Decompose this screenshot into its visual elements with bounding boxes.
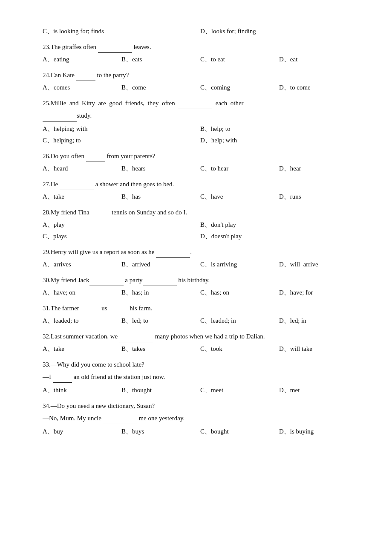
q26-opt-c: C、to hear — [200, 163, 279, 174]
q31-options: A、leaded; to B、led; to C、leaded; in D、le… — [43, 315, 358, 327]
q33-options: A、think B、thought C、meet D、met — [43, 384, 358, 396]
q31-opt-d: D、led; in — [279, 315, 358, 327]
q25-opt-d: D、help; with — [200, 135, 358, 146]
q29-opt-a: A、arrives — [43, 259, 121, 270]
q34-opt-c: C、bought — [200, 426, 279, 437]
question-25: 25.Millie and Kitty are good friends, th… — [43, 98, 358, 109]
question-34-line1: 34.—Do you need a new dictionary, Susan? — [43, 400, 358, 412]
q25-options-row1: A、helping; with B、help; to — [43, 123, 358, 135]
q23-options: A、eating B、eats C、to eat D、eat — [43, 54, 358, 65]
question-text: 25.Millie and Kitty are good friends, th… — [43, 100, 244, 107]
q27-opt-a: A、take — [43, 191, 121, 202]
q30-opt-a: A、have; on — [43, 287, 121, 298]
q24-opt-d: D、to come — [279, 82, 358, 93]
prev-question-options: C、is looking for; finds D、looks for; fin… — [43, 26, 358, 37]
question-text: 28.My friend Tina tennis on Sunday and s… — [43, 209, 187, 216]
q27-opt-b: B、has — [121, 191, 200, 202]
q28-options-row1: A、play B、don't play — [43, 219, 358, 231]
question-text: 29.Henry will give us a report as soon a… — [43, 249, 192, 255]
q24-opt-c: C、coming — [200, 82, 279, 93]
q34-options: A、buy B、buys C、bought D、is buying — [43, 426, 358, 437]
q25-options-row2: C、helping; to D、help; with — [43, 135, 358, 146]
question-23: 23.The giraffes often leaves. — [43, 41, 358, 53]
q25-opt-c: C、helping; to — [43, 135, 200, 146]
q26-options: A、heard B、hears C、to hear D、hear — [43, 163, 358, 174]
q28-opt-d: D、doesn't play — [200, 231, 358, 242]
q23-opt-b: B、eats — [121, 54, 200, 65]
q28-opt-c: C、plays — [43, 231, 200, 242]
question-33-line2: —I an old friend at the station just now… — [43, 371, 358, 383]
question-text: 30.My friend Jack a party his birthday. — [43, 277, 210, 283]
q28-opt-a: A、play — [43, 219, 200, 231]
question-27: 27.He a shower and then goes to bed. — [43, 179, 358, 190]
q32-opt-a: A、take — [43, 343, 121, 355]
q25-opt-b: B、help; to — [200, 123, 358, 135]
q33-opt-b: B、thought — [121, 384, 200, 396]
q26-opt-d: D、hear — [279, 163, 358, 174]
q33-opt-a: A、think — [43, 384, 121, 396]
q23-opt-c: C、to eat — [200, 54, 279, 65]
question-28: 28.My friend Tina tennis on Sunday and s… — [43, 207, 358, 218]
q24-options: A、comes B、come C、coming D、to come — [43, 82, 358, 93]
q24-opt-a: A、comes — [43, 82, 121, 93]
q31-opt-a: A、leaded; to — [43, 315, 121, 327]
q31-opt-b: B、led; to — [121, 315, 200, 327]
q29-opt-d: D、will arrive — [279, 259, 358, 270]
page-content: C、is looking for; finds D、looks for; fin… — [43, 26, 358, 437]
question-text: 23.The giraffes often leaves. — [43, 43, 151, 50]
question-26: 26.Do you often from your parents? — [43, 150, 358, 162]
q23-opt-d: D、eat — [279, 54, 358, 65]
q23-opt-a: A、eating — [43, 54, 121, 65]
question-25-line2: study. — [43, 110, 358, 121]
question-text: —I an old friend at the station just now… — [43, 373, 165, 380]
q34-opt-b: B、buys — [121, 426, 200, 437]
question-33-line1: 33.—Why did you come to school late? — [43, 359, 358, 370]
question-text: 33.—Why did you come to school late? — [43, 361, 144, 368]
q31-opt-c: C、leaded; in — [200, 315, 279, 327]
q34-opt-a: A、buy — [43, 426, 121, 437]
question-29: 29.Henry will give us a report as soon a… — [43, 246, 358, 258]
q24-opt-b: B、come — [121, 82, 200, 93]
question-text: 31.The farmer us his farm. — [43, 305, 152, 312]
question-text: —No, Mum. My uncle me one yesterday. — [43, 415, 184, 422]
q27-opt-c: C、have — [200, 191, 279, 202]
q32-opt-c: C、took — [200, 343, 279, 355]
q32-options: A、take B、takes C、took D、will take — [43, 343, 358, 355]
question-30: 30.My friend Jack a party his birthday. — [43, 275, 358, 286]
q29-opt-c: C、is arriving — [200, 259, 279, 270]
q26-opt-b: B、hears — [121, 163, 200, 174]
question-text: 32.Last summer vacation, we many photos … — [43, 333, 265, 340]
q27-opt-d: D、runs — [279, 191, 358, 202]
q28-options-row2: C、plays D、doesn't play — [43, 231, 358, 242]
q29-opt-b: B、arrived — [121, 259, 200, 270]
question-text: 27.He a shower and then goes to bed. — [43, 181, 174, 188]
q25-opt-a: A、helping; with — [43, 123, 200, 135]
question-31: 31.The farmer us his farm. — [43, 303, 358, 314]
q27-options: A、take B、has C、have D、runs — [43, 191, 358, 202]
question-24: 24.Can Kate to the party? — [43, 69, 358, 81]
option-d: D、looks for; finding — [200, 26, 358, 37]
q32-opt-d: D、will take — [279, 343, 358, 355]
q32-opt-b: B、takes — [121, 343, 200, 355]
question-text: 26.Do you often from your parents? — [43, 153, 156, 159]
question-32: 32.Last summer vacation, we many photos … — [43, 331, 358, 342]
q30-opt-d: D、have; for — [279, 287, 358, 298]
q33-opt-d: D、met — [279, 384, 358, 396]
question-text: 34.—Do you need a new dictionary, Susan? — [43, 402, 155, 409]
q26-opt-a: A、heard — [43, 163, 121, 174]
q30-opt-c: C、has; on — [200, 287, 279, 298]
question-34-line2: —No, Mum. My uncle me one yesterday. — [43, 413, 358, 424]
q34-opt-d: D、is buying — [279, 426, 358, 437]
q29-options: A、arrives B、arrived C、is arriving D、will… — [43, 259, 358, 270]
q33-opt-c: C、meet — [200, 384, 279, 396]
q30-opt-b: B、has; in — [121, 287, 200, 298]
option-c: C、is looking for; finds — [43, 26, 200, 37]
q30-options: A、have; on B、has; in C、has; on D、have; f… — [43, 287, 358, 298]
q28-opt-b: B、don't play — [200, 219, 358, 231]
question-text: 24.Can Kate to the party? — [43, 72, 129, 78]
